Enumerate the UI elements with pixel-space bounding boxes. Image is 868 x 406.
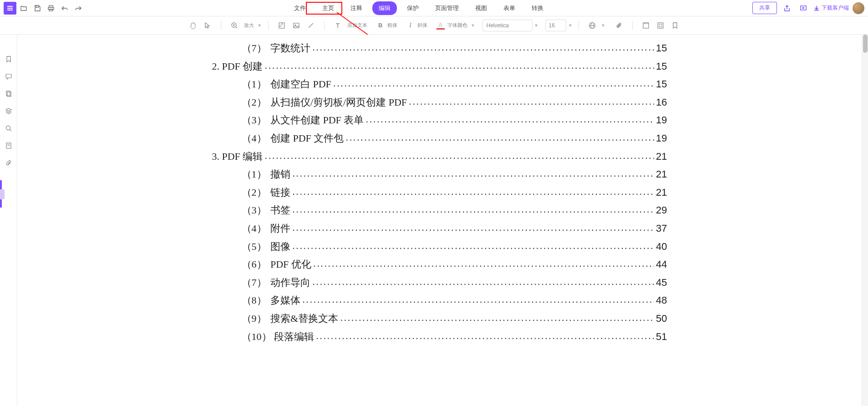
- sidebar-fields-icon[interactable]: [2, 139, 15, 152]
- open-icon[interactable]: [17, 2, 30, 15]
- toc-entry[interactable]: 2. PDF 创建15: [212, 57, 667, 76]
- app-menu-icon[interactable]: [4, 2, 16, 15]
- font-size-select[interactable]: [545, 20, 566, 31]
- font-color-icon[interactable]: A: [437, 21, 445, 30]
- font-size-dropdown-icon[interactable]: ▼: [568, 23, 572, 28]
- toc-entry[interactable]: （7） 字数统计15: [242, 39, 667, 57]
- select-tool-icon[interactable]: [201, 19, 214, 32]
- toc-entry[interactable]: （10） 段落编辑51: [242, 328, 667, 346]
- menu-tab[interactable]: 注释: [344, 1, 369, 15]
- text-tool-icon[interactable]: [331, 19, 345, 32]
- sidebar-search-icon[interactable]: [2, 122, 15, 135]
- toc-entry[interactable]: （7） 动作导向45: [242, 274, 667, 292]
- undo-icon[interactable]: [58, 2, 71, 15]
- background-icon[interactable]: [654, 19, 667, 32]
- toc-entry[interactable]: （4） 创建 PDF 文件包19: [242, 129, 667, 147]
- attachment-tool-icon[interactable]: [612, 19, 626, 32]
- toc-title: （6） PDF 优化: [242, 255, 311, 274]
- toc-title: （5） 图像: [242, 238, 291, 256]
- sidebar-attachments-icon[interactable]: [2, 157, 15, 169]
- toc-leader-dots: [292, 200, 654, 218]
- toc-leader-dots: [409, 92, 654, 111]
- svg-point-26: [6, 126, 10, 130]
- font-family-dropdown-icon[interactable]: ▼: [534, 23, 538, 28]
- hand-tool-icon[interactable]: [186, 19, 200, 32]
- toc-entry[interactable]: （6） PDF 优化44: [242, 255, 667, 274]
- toc-title: （7） 动作导向: [242, 274, 311, 292]
- toc-title: （1） 创建空白 PDF: [242, 75, 331, 93]
- sidebar-layers-icon[interactable]: [2, 105, 15, 117]
- toc-title: 3. PDF 编辑: [212, 147, 263, 166]
- image-tool-icon[interactable]: [289, 19, 303, 32]
- toc-leader-dots: [292, 183, 654, 201]
- toc-entry[interactable]: （5） 图像40: [242, 238, 667, 256]
- font-family-select[interactable]: [482, 20, 533, 31]
- header-footer-icon[interactable]: [639, 19, 653, 32]
- toc-page-number: 21: [656, 165, 667, 183]
- toc-page-number: 40: [656, 238, 667, 256]
- toc-page-number: 15: [656, 75, 667, 93]
- menu-tab[interactable]: 表单: [497, 1, 522, 15]
- present-icon[interactable]: [797, 2, 810, 15]
- menu-tab[interactable]: 文件: [288, 1, 312, 15]
- zoom-dropdown-icon[interactable]: ▼: [258, 23, 262, 28]
- edit-toolbar: 放大 ▼ 添加文本 B 粗体 I 斜体 A 字体颜色 ▼ ▼ ▼ ▼: [0, 16, 868, 35]
- toc-leader-dots: [333, 74, 654, 92]
- edit-content-icon[interactable]: [275, 19, 289, 32]
- sidebar-comments-icon[interactable]: [2, 70, 15, 83]
- export-icon[interactable]: [781, 2, 793, 15]
- menu-tab[interactable]: 保护: [401, 1, 425, 15]
- share-button[interactable]: 共享: [752, 2, 777, 14]
- link-tool-icon[interactable]: [585, 19, 599, 32]
- toc-entry[interactable]: （2） 链接21: [242, 183, 667, 202]
- toc-entry[interactable]: （3） 从文件创建 PDF 表单19: [242, 111, 667, 129]
- sidebar-expand-tab[interactable]: [0, 189, 5, 199]
- sidebar-bookmarks-icon[interactable]: [2, 53, 15, 66]
- toc-title: （9） 搜索&替换文本: [242, 310, 339, 328]
- menu-tab[interactable]: 页面管理: [429, 1, 465, 15]
- save-icon[interactable]: [31, 2, 44, 15]
- toc-page-number: 50: [656, 310, 667, 328]
- document-viewer[interactable]: （7） 字数统计152. PDF 创建15（1） 创建空白 PDF15（2） 从…: [17, 35, 862, 406]
- print-icon[interactable]: [45, 2, 57, 15]
- font-color-label: 字体颜色: [446, 22, 469, 29]
- user-avatar[interactable]: [853, 2, 864, 14]
- link-dropdown-icon[interactable]: ▼: [601, 23, 605, 28]
- menu-tab[interactable]: 编辑: [372, 1, 397, 15]
- toc-leader-dots: [292, 218, 654, 237]
- toc-entry[interactable]: （2） 从扫描仪/剪切板/网页创建 PDF16: [242, 93, 667, 112]
- toc-title: （4） 创建 PDF 文件包: [242, 129, 344, 147]
- topbar-right-actions: 共享 下载客户端: [752, 2, 864, 15]
- svg-rect-2: [7, 10, 13, 10]
- svg-line-27: [10, 130, 11, 132]
- toc-entry[interactable]: （9） 搜索&替换文本50: [242, 310, 667, 328]
- toc-title: （7） 字数统计: [242, 39, 311, 57]
- menu-tab[interactable]: 主页: [316, 1, 340, 15]
- menu-tab[interactable]: 视图: [469, 1, 493, 15]
- toc-entry[interactable]: 3. PDF 编辑21: [212, 147, 667, 166]
- bold-icon[interactable]: B: [376, 22, 385, 29]
- toc-page-number: 19: [656, 129, 667, 147]
- font-color-dropdown-icon[interactable]: ▼: [471, 23, 475, 28]
- toc-entry[interactable]: （4） 附件37: [242, 219, 667, 238]
- menu-tab[interactable]: 转换: [525, 1, 550, 15]
- toc-entry[interactable]: （3） 书签29: [242, 201, 667, 219]
- sidebar-pages-icon[interactable]: [2, 87, 15, 100]
- line-tool-icon[interactable]: [304, 19, 318, 32]
- zoom-in-icon[interactable]: [228, 19, 241, 32]
- toc-entry[interactable]: （8） 多媒体48: [242, 291, 667, 310]
- toc-entry[interactable]: （1） 创建空白 PDF15: [242, 75, 667, 93]
- vertical-scrollbar[interactable]: [862, 35, 868, 406]
- download-client-button[interactable]: 下载客户端: [813, 4, 849, 12]
- main-menu-tabs: 文件主页注释编辑保护页面管理视图表单转换: [85, 1, 752, 15]
- toc-page-number: 29: [656, 201, 667, 219]
- toc-page-number: 51: [656, 328, 667, 346]
- toc-page-number: 44: [656, 255, 667, 274]
- italic-icon[interactable]: I: [406, 22, 415, 29]
- toc-entry[interactable]: （1） 撤销21: [242, 165, 667, 183]
- redo-icon[interactable]: [72, 2, 85, 15]
- toc-title: （2） 链接: [242, 183, 291, 202]
- toc-title: （1） 撤销: [242, 165, 291, 183]
- scrollbar-thumb[interactable]: [863, 35, 868, 53]
- bookmark-tool-icon[interactable]: [668, 19, 682, 32]
